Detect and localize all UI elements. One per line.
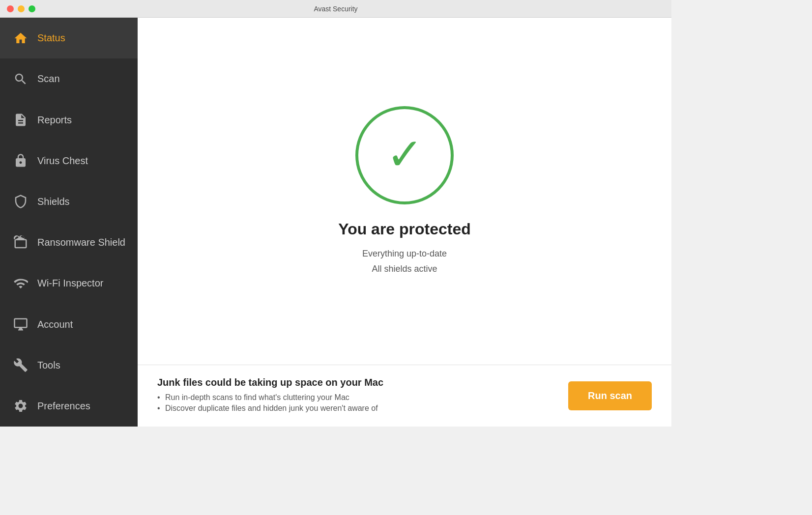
sidebar-label-preferences: Preferences <box>37 401 90 412</box>
sidebar-item-shields[interactable]: Shields <box>0 181 138 222</box>
status-line1: Everything up-to-date <box>362 246 447 261</box>
checkmark-icon: ✓ <box>386 132 423 176</box>
sidebar-label-status: Status <box>37 32 65 44</box>
junk-banner: Junk files could be taking up space on y… <box>138 365 671 427</box>
sidebar-item-scan[interactable]: Scan <box>0 58 138 99</box>
reports-icon <box>12 111 29 129</box>
sidebar-label-scan: Scan <box>37 73 60 85</box>
main-content: ✓ You are protected Everything up-to-dat… <box>138 18 671 427</box>
titlebar: Avast Security <box>0 0 671 18</box>
status-title: You are protected <box>338 220 471 238</box>
sidebar-item-ransomware-shield[interactable]: Ransomware Shield <box>0 222 138 263</box>
minimize-button[interactable] <box>18 5 25 12</box>
sidebar-label-ransomware-shield: Ransomware Shield <box>37 237 125 248</box>
tools-icon <box>12 356 29 374</box>
banner-bullet-2: Discover duplicate files and hidden junk… <box>157 404 549 413</box>
sidebar-item-preferences[interactable]: Preferences <box>0 386 138 427</box>
ransomware-icon <box>12 234 29 252</box>
sidebar-label-tools: Tools <box>37 360 60 371</box>
sidebar-item-tools[interactable]: Tools <box>0 345 138 386</box>
banner-text: Junk files could be taking up space on y… <box>157 377 549 415</box>
virus-chest-icon <box>12 152 29 170</box>
status-panel: ✓ You are protected Everything up-to-dat… <box>138 18 671 365</box>
banner-bullets: Run in-depth scans to find what's clutte… <box>157 393 549 413</box>
sidebar-label-account: Account <box>37 319 73 330</box>
sidebar: Status Scan Reports <box>0 18 138 427</box>
status-line2: All shields active <box>362 261 447 277</box>
account-icon <box>12 315 29 333</box>
home-icon <box>12 29 29 47</box>
run-scan-button[interactable]: Run scan <box>568 381 652 410</box>
sidebar-label-wifi-inspector: Wi-Fi Inspector <box>37 278 103 289</box>
banner-title: Junk files could be taking up space on y… <box>157 377 549 388</box>
maximize-button[interactable] <box>29 5 35 12</box>
sidebar-item-account[interactable]: Account <box>0 304 138 344</box>
sidebar-item-status[interactable]: Status <box>0 18 138 58</box>
sidebar-item-virus-chest[interactable]: Virus Chest <box>0 141 138 181</box>
scan-icon <box>12 70 29 88</box>
preferences-icon <box>12 397 29 415</box>
sidebar-label-reports: Reports <box>37 114 72 126</box>
sidebar-label-virus-chest: Virus Chest <box>37 155 88 167</box>
shields-icon <box>12 193 29 210</box>
sidebar-item-wifi-inspector[interactable]: Wi-Fi Inspector <box>0 263 138 304</box>
status-circle: ✓ <box>355 106 454 204</box>
app-title: Avast Security <box>314 5 357 13</box>
banner-bullet-1: Run in-depth scans to find what's clutte… <box>157 393 549 402</box>
window-controls <box>7 5 35 12</box>
close-button[interactable] <box>7 5 14 12</box>
wifi-icon <box>12 275 29 292</box>
sidebar-item-reports[interactable]: Reports <box>0 99 138 140</box>
app-container: Status Scan Reports <box>0 18 671 427</box>
status-subtitle: Everything up-to-date All shields active <box>362 246 447 276</box>
sidebar-label-shields: Shields <box>37 196 70 207</box>
